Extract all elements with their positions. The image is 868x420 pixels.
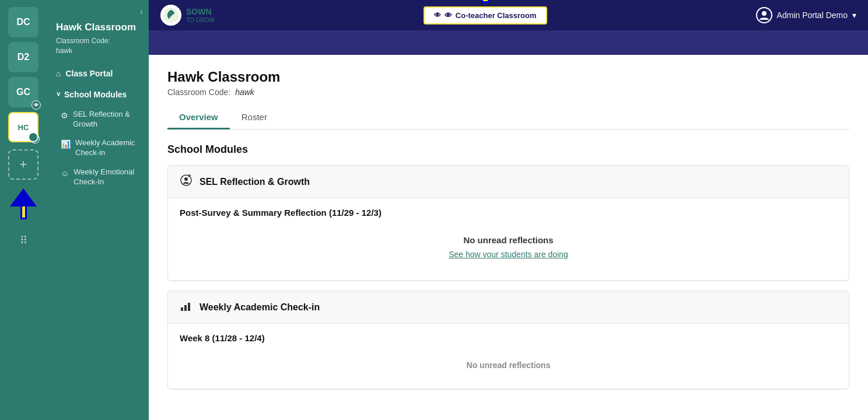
sidebar-icon-gc[interactable]: GC 👁 (8, 77, 38, 107)
user-avatar-icon (756, 7, 772, 23)
main-content: Hawk Classroom Classroom Code: hawk Over… (149, 55, 868, 420)
logo-name: SOWN (186, 7, 215, 17)
svg-rect-5 (184, 305, 187, 311)
top-bar-wrapper: SOWN TO GROW 👁 Co-t (149, 0, 868, 55)
sidebar-item-weekly-emotional[interactable]: ☺ Weekly Emotional Check-In (56, 163, 139, 192)
annotation-arrow-coteacher (472, 0, 499, 3)
sidebar-item-weekly-academic[interactable]: 📊 Weekly Academic Check-in (56, 134, 139, 163)
arrow-head-up (12, 190, 35, 206)
chevron-icon: ∨ (56, 90, 61, 98)
logo-sub: TO GROW (186, 17, 215, 23)
module-card-sel: SEL Reflection & Growth Post-Survey & Su… (167, 165, 849, 281)
eye-badge-gc: 👁 (32, 100, 41, 110)
module-card-academic: Weekly Academic Check-in Week 8 (11/28 -… (167, 290, 849, 390)
add-classroom-button[interactable]: + (8, 149, 38, 180)
collapse-sidebar-button[interactable]: ‹ (47, 0, 149, 16)
user-area[interactable]: Admin Portal Demo ▾ (756, 7, 856, 23)
no-reflections-text-sel: No unread reflections (191, 235, 825, 245)
sel-module-icon (180, 174, 192, 190)
content-area: SOWN TO GROW 👁 Co-t (149, 0, 868, 420)
tab-overview[interactable]: Overview (167, 106, 230, 130)
logo-circle (160, 5, 181, 26)
sidebar-classroom-name: Hawk Classroom (47, 16, 149, 36)
module-subitem-academic: Week 8 (11/28 - 12/4) No unread reflecti… (168, 324, 849, 389)
page-title: Hawk Classroom (167, 69, 849, 85)
no-reflections-academic: No unread reflections (180, 349, 837, 379)
module-title-sel: SEL Reflection & Growth (200, 177, 310, 187)
module-header-sel: SEL Reflection & Growth (168, 166, 849, 198)
svg-point-3 (184, 177, 188, 181)
home-icon: ⌂ (56, 69, 61, 78)
user-dropdown-chevron: ▾ (852, 10, 856, 20)
logo: SOWN TO GROW (160, 5, 215, 26)
classroom-code-display: Classroom Code: hawk (167, 88, 849, 97)
sel-icon: ⚙ (61, 110, 68, 121)
eye-badge-hc: 👁 (30, 134, 40, 144)
sidebar-classroom-code: Classroom Code: hawk (47, 36, 149, 63)
svg-point-1 (762, 11, 766, 16)
main-sidebar: ‹ Hawk Classroom Classroom Code: hawk ⌂ … (47, 0, 149, 420)
logo-svg (163, 7, 179, 23)
svg-rect-6 (188, 303, 190, 311)
school-modules-title: School Modules (167, 144, 849, 156)
sub-item-title-academic: Week 8 (11/28 - 12/4) (180, 333, 837, 343)
sidebar-icon-dc[interactable]: DC (8, 7, 38, 37)
see-how-link-sel[interactable]: See how your students are doing (191, 250, 825, 259)
co-teacher-badge[interactable]: 👁 Co-teacher Classroom (424, 6, 547, 24)
grid-view-button[interactable]: ⠿ (8, 225, 38, 256)
sub-item-title-sel: Post-Survey & Summary Reflection (11/29 … (180, 208, 837, 218)
sidebar-icon-d2[interactable]: D2 (8, 42, 38, 72)
smile-icon: ☺ (61, 168, 69, 178)
no-reflections-text-academic: No unread reflections (191, 360, 825, 370)
svg-rect-4 (181, 307, 183, 311)
sidebar-modules-section: ∨ School Modules ⚙ SEL Reflection & Grow… (47, 84, 149, 192)
tab-bar: Overview Roster (167, 106, 849, 130)
sidebar-icon-hc[interactable]: HC 👁 (8, 112, 38, 142)
icon-sidebar: DC D2 GC 👁 HC 👁 + ⠿ (0, 0, 47, 420)
module-subitem-sel: Post-Survey & Summary Reflection (11/29 … (168, 198, 849, 281)
no-reflections-sel: No unread reflections See how your stude… (180, 223, 837, 271)
sidebar-item-sel[interactable]: ⚙ SEL Reflection & Growth (56, 105, 139, 134)
module-title-academic: Weekly Academic Check-in (200, 302, 320, 313)
sidebar-item-class-portal[interactable]: ⌂ Class Portal (47, 63, 149, 84)
arrow-stem (20, 206, 27, 219)
tab-roster[interactable]: Roster (230, 106, 279, 130)
academic-module-icon (180, 299, 192, 315)
top-bar: SOWN TO GROW 👁 Co-t (149, 0, 868, 30)
sidebar-modules-header[interactable]: ∨ School Modules (56, 84, 139, 105)
chart-icon: 📊 (61, 139, 71, 149)
module-header-academic: Weekly Academic Check-in (168, 291, 849, 324)
eye-icon: 👁 (444, 11, 452, 20)
sub-header-bar (149, 30, 868, 55)
